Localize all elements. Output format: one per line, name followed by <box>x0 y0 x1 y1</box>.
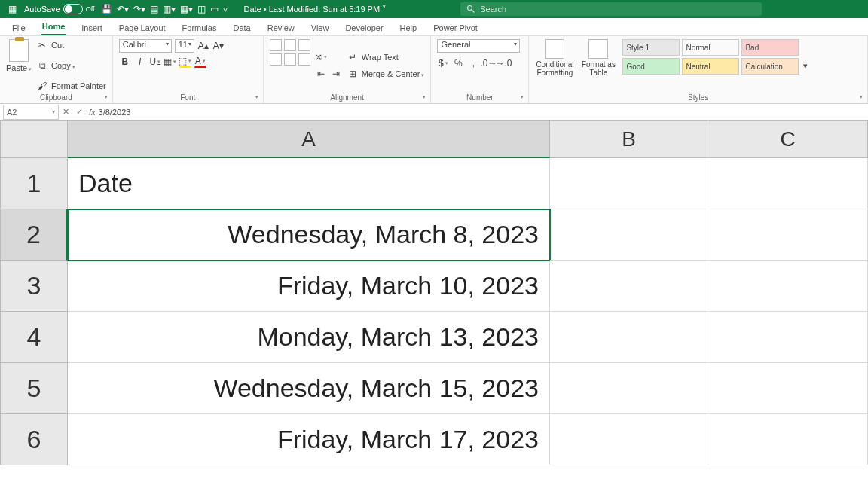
fill-color-button[interactable]: ⬚ <box>179 56 191 68</box>
document-title[interactable]: Date • Last Modified: Sun at 5:19 PM ˅ <box>244 5 387 14</box>
col-head-b[interactable]: B <box>550 120 708 158</box>
qat-btn5-icon[interactable]: ▭ <box>210 4 219 14</box>
redo-icon[interactable]: ↷▾ <box>133 4 145 14</box>
qat-btn2-icon[interactable]: ▥▾ <box>163 4 176 14</box>
tab-home[interactable]: Home <box>41 19 67 35</box>
tab-review[interactable]: Review <box>266 20 296 35</box>
cell-c4[interactable] <box>708 312 868 363</box>
cell-b5[interactable] <box>550 363 708 414</box>
style-good[interactable]: Good <box>622 58 680 75</box>
qat-more-icon[interactable]: ▿ <box>223 4 228 14</box>
cell-a2[interactable]: Wednesday, March 8, 2023 <box>68 209 550 261</box>
cell-c1[interactable] <box>708 158 868 209</box>
row-head-3[interactable]: 3 <box>0 261 68 312</box>
bold-button[interactable]: B <box>119 56 131 68</box>
cell-c2[interactable] <box>708 209 868 261</box>
formula-bar: A2 ✕ ✓ fx 3/8/2023 <box>0 104 868 120</box>
cell-c6[interactable] <box>708 414 868 465</box>
group-number: General $ % , .0→ →.0 Number <box>431 36 529 103</box>
name-box[interactable]: A2 <box>3 105 59 120</box>
font-color-button[interactable]: A <box>194 56 206 68</box>
cell-a5[interactable]: Wednesday, March 15, 2023 <box>68 363 550 414</box>
italic-button[interactable]: I <box>134 56 146 68</box>
decrease-font-icon[interactable]: A▾ <box>212 40 225 52</box>
tab-help[interactable]: Help <box>399 20 419 35</box>
formula-value[interactable]: 3/8/2023 <box>99 108 131 117</box>
style-style1[interactable]: Style 1 <box>622 39 680 56</box>
autosave-state: Off <box>86 5 95 13</box>
cell-styles-gallery[interactable]: Style 1 Normal Bad Good Neutral Calculat… <box>622 39 799 92</box>
qat-btn3-icon[interactable]: ▦▾ <box>180 4 193 14</box>
tab-view[interactable]: View <box>310 20 331 35</box>
cell-b1[interactable] <box>550 158 708 209</box>
tab-file[interactable]: File <box>11 20 27 35</box>
cell-a6[interactable]: Friday, March 17, 2023 <box>68 414 550 465</box>
save-icon[interactable]: 💾 <box>101 4 112 14</box>
row-head-6[interactable]: 6 <box>0 414 68 465</box>
group-font: Calibri 11 A▴ A▾ B I U ▦ ⬚ A Font <box>113 36 264 103</box>
tab-insert[interactable]: Insert <box>80 20 104 35</box>
cell-a1[interactable]: Date <box>68 158 550 209</box>
style-bad[interactable]: Bad <box>741 39 799 56</box>
svg-point-0 <box>468 6 472 11</box>
border-button[interactable]: ▦ <box>164 56 176 68</box>
number-format-select[interactable]: General <box>437 39 520 53</box>
paste-button[interactable]: Paste <box>6 39 32 92</box>
qat-btn4-icon[interactable]: ◫ <box>197 4 206 14</box>
font-name-select[interactable]: Calibri <box>119 39 172 53</box>
tab-power-pivot[interactable]: Power Pivot <box>432 20 479 35</box>
cell-c3[interactable] <box>708 261 868 312</box>
tab-data[interactable]: Data <box>231 20 252 35</box>
wrap-text-button[interactable]: ↵Wrap Text <box>347 51 425 63</box>
cell-b3[interactable] <box>550 261 708 312</box>
increase-font-icon[interactable]: A▴ <box>197 40 209 52</box>
style-normal[interactable]: Normal <box>682 39 739 56</box>
autosave-toggle[interactable]: AutoSave Off <box>24 4 95 14</box>
cell-b4[interactable] <box>550 312 708 363</box>
decrease-decimal-icon[interactable]: →.0 <box>497 57 509 69</box>
search-box[interactable]: Search <box>460 2 762 16</box>
group-label-font: Font <box>119 92 257 102</box>
cell-a3[interactable]: Friday, March 10, 2023 <box>68 261 550 312</box>
cell-a4[interactable]: Monday, March 13, 2023 <box>68 312 550 363</box>
row-head-5[interactable]: 5 <box>0 363 68 414</box>
undo-icon[interactable]: ↶▾ <box>117 4 129 14</box>
tab-formulas[interactable]: Formulas <box>181 20 219 35</box>
ribbon-tabs: File Home Insert Page Layout Formulas Da… <box>0 18 868 36</box>
increase-decimal-icon[interactable]: .0→ <box>482 57 494 69</box>
enter-formula-icon[interactable]: ✓ <box>72 107 86 117</box>
cell-b6[interactable] <box>550 414 708 465</box>
style-calculation[interactable]: Calculation <box>741 58 799 75</box>
font-size-select[interactable]: 11 <box>175 39 194 53</box>
row-head-1[interactable]: 1 <box>0 158 68 209</box>
select-all-corner[interactable] <box>0 120 68 158</box>
increase-indent-icon[interactable]: ⇥ <box>330 68 342 80</box>
col-head-a[interactable]: A <box>68 120 550 158</box>
copy-button[interactable]: ⧉Copy <box>36 59 106 72</box>
tab-page-layout[interactable]: Page Layout <box>118 20 167 35</box>
format-painter-button[interactable]: 🖌Format Painter <box>36 80 106 92</box>
conditional-formatting-button[interactable]: Conditional Formatting <box>535 39 574 92</box>
alignment-grid[interactable] <box>270 39 310 66</box>
percent-format-icon[interactable]: % <box>452 57 464 69</box>
comma-format-icon[interactable]: , <box>467 57 479 69</box>
orientation-icon[interactable]: ⤭ <box>315 51 327 63</box>
underline-button[interactable]: U <box>149 56 161 68</box>
accounting-format-icon[interactable]: $ <box>437 57 449 69</box>
row-head-4[interactable]: 4 <box>0 312 68 363</box>
cancel-formula-icon[interactable]: ✕ <box>59 107 72 117</box>
cell-c5[interactable] <box>708 363 868 414</box>
format-as-table-button[interactable]: Format as Table <box>579 39 618 92</box>
tab-developer[interactable]: Developer <box>344 20 384 35</box>
worksheet-grid[interactable]: A B C 1 Date 2 Wednesday, March 8, 2023 … <box>0 120 868 465</box>
cut-button[interactable]: ✂Cut <box>36 39 106 51</box>
row-head-2[interactable]: 2 <box>0 209 68 261</box>
style-neutral[interactable]: Neutral <box>682 58 739 75</box>
qat-btn-icon[interactable]: ▤ <box>150 4 158 14</box>
fx-icon[interactable]: fx <box>89 108 96 117</box>
merge-center-button[interactable]: ⊞Merge & Center <box>347 68 425 80</box>
styles-more-button[interactable]: ▾ <box>803 39 808 92</box>
col-head-c[interactable]: C <box>708 120 868 158</box>
decrease-indent-icon[interactable]: ⇤ <box>315 68 327 80</box>
cell-b2[interactable] <box>550 209 708 261</box>
